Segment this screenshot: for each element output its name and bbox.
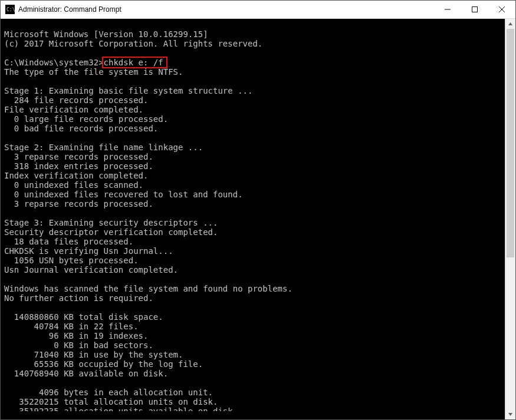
scroll-thumb[interactable] xyxy=(507,29,514,257)
typed-command: chkdsk e: /f xyxy=(104,58,163,67)
scroll-down-button[interactable] xyxy=(505,409,515,419)
svg-text:C:\: C:\ xyxy=(6,7,15,12)
svg-marker-7 xyxy=(508,413,512,416)
window-title: Administrator: Command Prompt xyxy=(18,5,434,14)
console-output[interactable]: Microsoft Windows [Version 10.0.16299.15… xyxy=(1,27,505,411)
minimize-button[interactable] xyxy=(434,1,461,18)
command-prompt-window: C:\ Administrator: Command Prompt Micros… xyxy=(0,0,516,420)
maximize-button[interactable] xyxy=(461,1,488,18)
console-area: Microsoft Windows [Version 10.0.16299.15… xyxy=(1,19,515,419)
scroll-up-button[interactable] xyxy=(505,19,515,29)
svg-rect-3 xyxy=(472,7,478,12)
app-icon: C:\ xyxy=(5,5,15,14)
titlebar[interactable]: C:\ Administrator: Command Prompt xyxy=(1,1,515,19)
svg-marker-6 xyxy=(508,22,512,25)
vertical-scrollbar[interactable] xyxy=(505,19,515,419)
scroll-track[interactable] xyxy=(505,29,515,409)
close-button[interactable] xyxy=(488,1,515,18)
